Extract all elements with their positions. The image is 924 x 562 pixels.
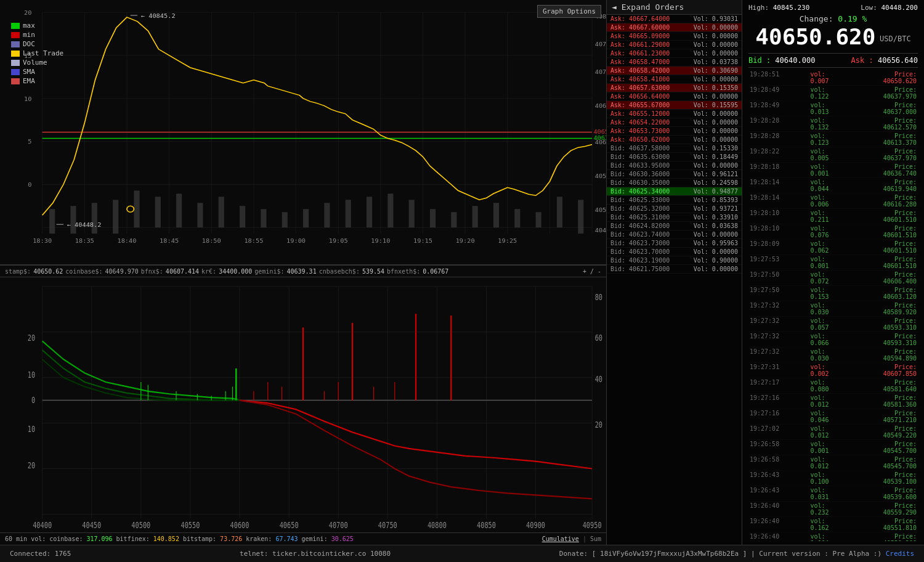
cnbasebch-value: 539.54 <box>362 268 384 275</box>
bfnxeth-label: bfnxeth$: <box>387 268 420 275</box>
change-value: 0.19 % <box>838 14 867 23</box>
order-row: Ask: 40656.64000Vol: 0.00000 <box>607 92 742 101</box>
trade-price: Price: 40581.640 <box>867 379 917 393</box>
trade-row: 19:28:49vol: 0.122Price: 40637.970 <box>748 86 918 101</box>
trade-row: 19:28:10vol: 0.076Price: 40601.510 <box>748 224 918 240</box>
depth-bitfinex: bitfinex: <box>116 536 150 542</box>
exchange-bar: stamp$: 40650.62 coinbase$: 40649.970 bf… <box>0 265 606 277</box>
low-value: 40448.200 <box>881 4 918 12</box>
stamp-price: stamp$: <box>5 268 31 275</box>
order-price: Bid: 40630.35000 <box>610 179 694 186</box>
trade-price: Price: 40593.310 <box>867 333 917 346</box>
svg-text:40750: 40750 <box>378 520 397 530</box>
order-vol: Vol: 0.00000 <box>694 128 738 134</box>
trade-price: Price: 40601.510 <box>867 240 917 254</box>
trade-vol: vol: 0.030 <box>811 302 835 316</box>
depth-coinbase: coinbase: <box>49 536 83 542</box>
order-vol: Vol: 0.00000 <box>694 93 738 100</box>
trade-price: Price: 40616.280 <box>867 194 917 208</box>
trade-time: 19:27:50 <box>750 287 778 300</box>
legend-max-color <box>11 23 20 29</box>
expand-orders-label: ◄ Expand Orders <box>612 2 684 12</box>
trade-vol: vol: 0.100 <box>811 471 835 485</box>
trade-time: 19:26:40 <box>750 533 778 541</box>
kr-value: 34400.000 <box>219 268 252 275</box>
legend-sma: SMA <box>11 68 63 76</box>
depth-chart-area: 20 10 0 10 20 80 60 40 20 40400 40450 40… <box>0 277 606 532</box>
depth-vol-label: 60 min vol: <box>5 536 46 542</box>
svg-text:10: 10 <box>24 96 32 102</box>
order-price: Bid: 40625.31000 <box>610 214 694 221</box>
plus-minus[interactable]: + / - <box>583 268 601 275</box>
order-row: Ask: 40650.62000Vol: 0.00000 <box>607 136 742 144</box>
trade-row: 19:27:50vol: 0.153Price: 40603.120 <box>748 286 918 301</box>
bid-value: 40640.000 <box>775 56 815 65</box>
gemini-label: gemini$: <box>254 268 284 275</box>
svg-rect-32 <box>303 209 309 227</box>
sum-btn[interactable]: Sum <box>590 536 601 542</box>
trade-vol: vol: 0.001 <box>811 163 835 177</box>
trade-vol: vol: 0.072 <box>811 271 835 285</box>
order-vol: Vol: 0.00000 <box>694 231 738 238</box>
trade-vol: vol: 0.232 <box>811 502 835 516</box>
trade-time: 19:28:09 <box>750 240 778 254</box>
order-price: Bid: 40625.33000 <box>610 197 694 203</box>
bid-label: Bid : 40640.000 <box>748 56 815 65</box>
order-price: Bid: 40623.73000 <box>610 240 694 246</box>
trade-price: Price: 40637.000 <box>867 102 917 115</box>
svg-text:40750: 40750 <box>595 41 606 47</box>
trades-list[interactable]: 19:28:51vol: 0.007Price: 40650.62019:28:… <box>748 70 918 541</box>
order-row: Ask: 40657.63000Vol: 0.15350 <box>607 84 742 92</box>
svg-text:40700: 40700 <box>595 68 606 75</box>
svg-text:40650: 40650 <box>595 102 606 108</box>
trade-price: Price: 40551.810 <box>867 518 917 531</box>
cumulative-btn[interactable]: Cumulative <box>542 536 579 542</box>
bfnx-label: bfnx$: <box>141 268 163 275</box>
legend-min-label: min <box>23 31 35 39</box>
legend-ema-color <box>11 78 20 84</box>
svg-text:18:50: 18:50 <box>202 238 221 244</box>
order-price: Bid: 40623.19000 <box>610 257 694 264</box>
trade-row: 19:28:28vol: 0.132Price: 40612.570 <box>748 116 918 132</box>
legend-doc-label: DOC <box>23 40 35 48</box>
trade-vol: vol: 0.122 <box>811 86 835 100</box>
order-row: Bid: 40633.95000Vol: 0.00000 <box>607 161 742 170</box>
order-price: Bid: 40633.95000 <box>610 162 694 169</box>
order-price: Ask: 40650.62000 <box>610 136 694 143</box>
trade-vol: vol: 0.057 <box>811 317 835 331</box>
legend-doc-color <box>11 41 20 47</box>
expand-orders-button[interactable]: ◄ Expand Orders <box>607 0 742 15</box>
svg-text:40: 40 <box>595 375 602 385</box>
svg-rect-30 <box>261 209 266 227</box>
order-price: Bid: 40625.32000 <box>610 205 694 212</box>
credits-link[interactable]: Credits <box>886 550 914 558</box>
trade-time: 19:28:18 <box>750 163 778 177</box>
order-price: Ask: 40654.22000 <box>610 119 694 126</box>
graph-options-button[interactable]: Graph Options <box>537 5 601 18</box>
trade-row: 19:26:58vol: 0.012Price: 40545.700 <box>748 455 918 471</box>
legend-volume-label: Volume <box>23 59 47 67</box>
svg-rect-21 <box>70 206 76 234</box>
orders-list[interactable]: Ask: 40667.64000Vol: 0.93031Ask: 40667.6… <box>607 15 742 545</box>
legend-ema-label: EMA <box>23 77 35 85</box>
trade-price: Price: 40613.370 <box>867 132 917 146</box>
order-row: Bid: 40625.32000Vol: 0.93721 <box>607 205 742 213</box>
order-row: Bid: 40630.36000Vol: 0.96121 <box>607 170 742 179</box>
trade-vol: vol: 0.046 <box>811 410 835 423</box>
trade-price: Price: 40637.970 <box>867 86 917 100</box>
currency-label: USD/BTC <box>880 35 911 43</box>
order-price: Bid: 40630.36000 <box>610 171 694 177</box>
kr-label: kr€: <box>201 268 216 275</box>
trade-vol: vol: 0.030 <box>811 348 835 362</box>
legend-sma-color <box>11 69 20 75</box>
order-vol: Vol: 0.24598 <box>694 179 738 186</box>
trade-time: 19:28:14 <box>750 194 778 208</box>
info-section: High: 40845.230 Low: 40448.200 Change: 0… <box>742 0 924 545</box>
order-vol: Vol: 0.93721 <box>694 205 738 212</box>
trade-row: 19:28:14vol: 0.006Price: 40616.280 <box>748 193 918 209</box>
order-vol: Vol: 0.94877 <box>694 188 738 195</box>
svg-rect-39 <box>451 212 456 227</box>
legend-sma-label: SMA <box>23 68 35 76</box>
svg-rect-25 <box>155 197 161 227</box>
order-price: Ask: 40665.09000 <box>610 33 694 39</box>
